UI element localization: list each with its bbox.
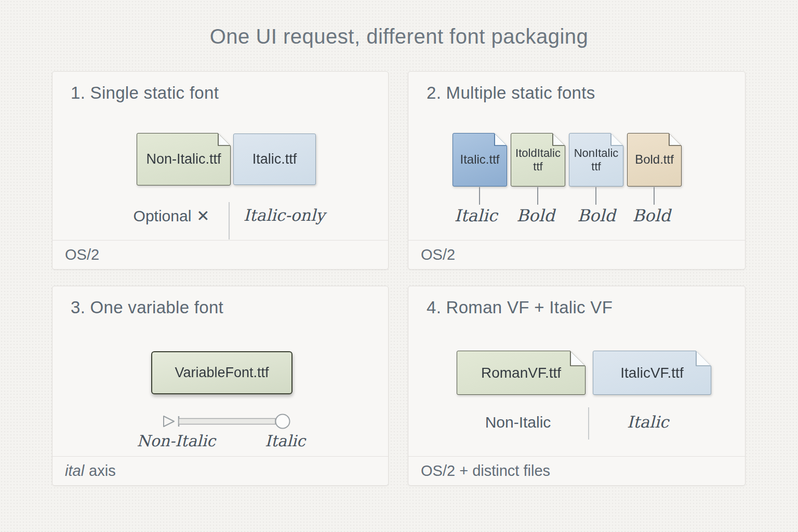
connector-line xyxy=(654,187,655,205)
folded-corner-icon xyxy=(610,132,624,146)
file-romanvf-ttf: RomanVF.ttf xyxy=(457,351,586,395)
slider-left-label: Non-Italic xyxy=(137,432,216,450)
footer-axis-label: axis xyxy=(89,462,116,480)
folded-corner-icon xyxy=(570,350,586,366)
panel-1-footer: OS/2 xyxy=(52,240,388,269)
panel-single-static-font: 1. Single static font Non-Italic.ttf Ita… xyxy=(52,71,389,270)
file-nonitalic-ttf: NonItalic ttf xyxy=(569,133,623,187)
slider-track xyxy=(179,419,275,424)
panel-multiple-static-fonts: 2. Multiple static fonts Italic.ttf Itol… xyxy=(408,71,746,270)
file-name-line: ItoldItalic xyxy=(515,147,561,160)
connector-line xyxy=(479,187,480,205)
file-itolditalic-ttf: ItoldItalic ttf xyxy=(511,133,565,187)
caption-non-italic: Non-Italic xyxy=(485,414,551,431)
panel-4-heading: 4. Roman VF + Italic VF xyxy=(427,298,613,317)
folded-corner-icon xyxy=(218,132,231,146)
caption-italic: Italic xyxy=(627,413,669,431)
panel-one-variable-font: 3. One variable font VariableFont.ttf No… xyxy=(52,286,389,486)
file-name: Italic.ttf xyxy=(252,151,297,168)
connector-line xyxy=(537,187,538,205)
file-italicvf-ttf: ItalicVF.ttf xyxy=(593,351,711,395)
panel-1-heading: 1. Single static font xyxy=(71,83,219,103)
file-name-line: NonItalic xyxy=(574,147,619,160)
panel-2-heading: 2. Multiple static fonts xyxy=(427,83,595,103)
slider-thumb xyxy=(276,415,290,429)
caption-optional-label: Optional xyxy=(134,207,192,224)
caption-optional: Optional✕ xyxy=(134,207,210,225)
slider-start-icon xyxy=(164,416,174,427)
caption-divider xyxy=(588,407,589,440)
panel-2-footer: OS/2 xyxy=(408,240,745,269)
slide-title: One UI request, different font packaging xyxy=(0,25,798,48)
x-icon: ✕ xyxy=(196,207,209,225)
file-name-line: ttf xyxy=(591,160,601,174)
caption-divider xyxy=(229,202,230,240)
footer-os2-label: OS/2 xyxy=(421,246,455,263)
file-name: Non-Italic.ttf xyxy=(146,151,221,168)
file-non-italic-ttf: Non-Italic.ttf xyxy=(137,133,231,185)
file-italic-ttf: Italic.ttf xyxy=(453,133,507,187)
connector-line xyxy=(595,187,596,205)
caption-italic-only: Italic-only xyxy=(244,206,325,224)
file-name: ItalicVF.ttf xyxy=(620,364,683,381)
panel-3-footer: italaxis xyxy=(52,456,388,485)
style-label-bold: Bold xyxy=(632,206,671,225)
file-variablefont-ttf: VariableFont.ttf xyxy=(151,351,292,394)
file-name: Italic.ttf xyxy=(460,152,499,167)
file-italic-ttf: Italic.ttf xyxy=(233,134,316,185)
file-name-line: ttf xyxy=(533,160,542,174)
panel-3-heading: 3. One variable font xyxy=(71,298,223,317)
folded-corner-icon xyxy=(494,132,508,146)
file-bold-ttf: Bold.ttf xyxy=(627,133,682,187)
slider-right-label: Italic xyxy=(265,432,305,450)
footer-os2-distinct-label: OS/2 + distinct files xyxy=(421,462,550,480)
style-label-bold: Bold xyxy=(577,206,616,225)
panel-roman-vf-italic-vf: 4. Roman VF + Italic VF RomanVF.ttf Ital… xyxy=(408,286,746,486)
style-label-italic: Italic xyxy=(455,206,498,225)
footer-os2-label: OS/2 xyxy=(65,246,99,263)
style-label-bold: Bold xyxy=(516,206,555,225)
folded-corner-icon xyxy=(552,132,566,146)
file-name: VariableFont.ttf xyxy=(175,365,269,381)
ital-axis-slider xyxy=(162,411,292,432)
file-name: RomanVF.ttf xyxy=(481,364,561,381)
footer-ital-label: ital xyxy=(65,462,84,480)
panel-4-footer: OS/2 + distinct files xyxy=(408,456,745,485)
folded-corner-icon xyxy=(669,132,682,146)
folded-corner-icon xyxy=(696,350,712,366)
file-name: Bold.ttf xyxy=(635,152,674,167)
